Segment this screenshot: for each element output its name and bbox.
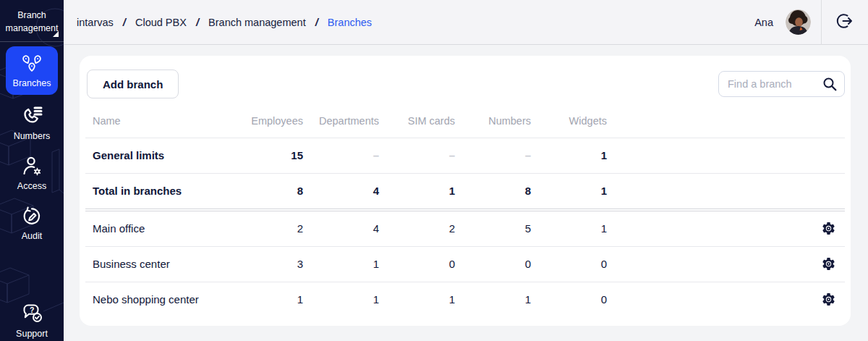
branches-card: Add branch Name Employees Departments SI… — [80, 56, 851, 326]
phone-handset-icon — [20, 104, 44, 129]
sidebar-item-label: Support — [16, 329, 48, 339]
audit-pencil-icon — [20, 204, 44, 229]
cell-sim-cards: 1 — [379, 174, 455, 209]
cell-name: Business center — [85, 247, 227, 282]
branch-settings-button[interactable] — [820, 255, 838, 273]
sidebar-item-branches[interactable]: Branches — [6, 46, 58, 95]
sidebar-title: Branch management — [4, 9, 59, 35]
cell-widgets: 0 — [531, 282, 607, 318]
search-box — [718, 71, 845, 97]
branches-table: Name Employees Departments SIM cards Num… — [85, 106, 845, 317]
breadcrumb-separator: / — [123, 16, 126, 28]
gear-icon — [821, 227, 836, 238]
sidebar-item-numbers[interactable]: Numbers — [0, 104, 64, 141]
column-header-name: Name — [85, 106, 227, 138]
user-gear-icon — [20, 154, 44, 179]
sidebar: Branch management — [0, 0, 64, 341]
gear-icon — [821, 298, 836, 309]
cell-employees: 3 — [227, 247, 303, 282]
gear-icon — [821, 263, 836, 274]
column-header-employees: Employees — [227, 106, 303, 138]
logout-icon — [835, 12, 854, 33]
table-row-total-in-branches: Total in branches 8 4 1 8 1 — [85, 174, 845, 209]
sidebar-item-support[interactable]: ? Support — [0, 302, 64, 339]
sidebar-item-label: Access — [17, 181, 46, 191]
table-row-general-limits: General limits 15 – – – 1 — [85, 138, 845, 174]
breadcrumb-separator: / — [315, 16, 318, 28]
cell-departments: 1 — [303, 282, 379, 318]
sidebar-item-label: Audit — [22, 231, 43, 241]
cell-sim-cards: – — [379, 138, 455, 174]
cell-widgets: 1 — [531, 138, 607, 174]
add-branch-button[interactable]: Add branch — [87, 70, 179, 98]
toolbar: Add branch — [85, 70, 845, 98]
cell-employees: 2 — [227, 211, 303, 247]
sidebar-item-label: Branches — [13, 78, 51, 88]
cell-departments: 4 — [303, 211, 379, 247]
topbar-right: Ana — [754, 0, 868, 44]
user-name: Ana — [754, 17, 773, 28]
cell-numbers: – — [455, 138, 531, 174]
column-header-widgets: Widgets — [531, 106, 607, 138]
cell-name: Total in branches — [85, 174, 227, 209]
collapse-corner-icon[interactable] — [53, 31, 59, 37]
cell-employees: 1 — [227, 282, 303, 318]
cell-widgets: 1 — [531, 174, 607, 209]
topbar: intarvas / Cloud PBX / Branch management… — [64, 0, 868, 45]
branch-settings-button[interactable] — [820, 290, 838, 308]
table-row-nebo-shopping-center: Nebo shopping center 1 1 1 1 0 — [85, 282, 845, 318]
sidebar-item-access[interactable]: Access — [0, 154, 64, 191]
cell-departments: 4 — [303, 174, 379, 209]
cell-name: General limits — [85, 138, 227, 174]
logout-button[interactable] — [822, 0, 868, 45]
sidebar-item-audit[interactable]: Audit — [0, 204, 64, 241]
cell-departments: – — [303, 138, 379, 174]
avatar[interactable] — [786, 9, 811, 35]
cell-sim-cards: 1 — [379, 282, 455, 318]
cell-numbers: 1 — [455, 282, 531, 318]
cell-name: Nebo shopping center — [85, 282, 227, 318]
sidebar-item-label: Numbers — [14, 131, 51, 141]
sidebar-spacer — [0, 241, 64, 302]
cell-employees: 15 — [227, 138, 303, 174]
column-header-settings — [607, 106, 845, 138]
branches-pins-icon — [20, 51, 44, 76]
table-row-main-office: Main office 2 4 2 5 1 — [85, 211, 845, 247]
cell-name: Main office — [85, 211, 227, 247]
cell-numbers: 5 — [455, 211, 531, 247]
cell-departments: 1 — [303, 247, 379, 282]
cell-widgets: 1 — [531, 211, 607, 247]
breadcrumb-intarvas[interactable]: intarvas — [77, 17, 114, 28]
support-chat-icon: ? — [20, 302, 44, 327]
table-row-business-center: Business center 3 1 0 0 0 — [85, 247, 845, 282]
column-header-departments: Departments — [303, 106, 379, 138]
column-header-sim-cards: SIM cards — [379, 106, 455, 138]
cell-sim-cards: 0 — [379, 247, 455, 282]
cell-sim-cards: 2 — [379, 211, 455, 247]
breadcrumb-separator: / — [196, 16, 199, 28]
breadcrumb-cloud-pbx[interactable]: Cloud PBX — [135, 17, 187, 28]
breadcrumb: intarvas / Cloud PBX / Branch management… — [77, 16, 372, 28]
svg-text:?: ? — [30, 306, 34, 314]
column-header-numbers: Numbers — [455, 106, 531, 138]
search-icon[interactable] — [822, 76, 838, 95]
cell-employees: 8 — [227, 174, 303, 209]
cell-numbers: 0 — [455, 247, 531, 282]
sidebar-nav: Branches Numbers — [0, 42, 64, 341]
branch-settings-button[interactable] — [820, 219, 838, 237]
cell-widgets: 0 — [531, 247, 607, 282]
breadcrumb-branches[interactable]: Branches — [328, 17, 372, 28]
breadcrumb-branch-management[interactable]: Branch management — [208, 17, 306, 28]
table-header-row: Name Employees Departments SIM cards Num… — [85, 106, 845, 138]
sidebar-header: Branch management — [0, 0, 64, 41]
cell-numbers: 8 — [455, 174, 531, 209]
